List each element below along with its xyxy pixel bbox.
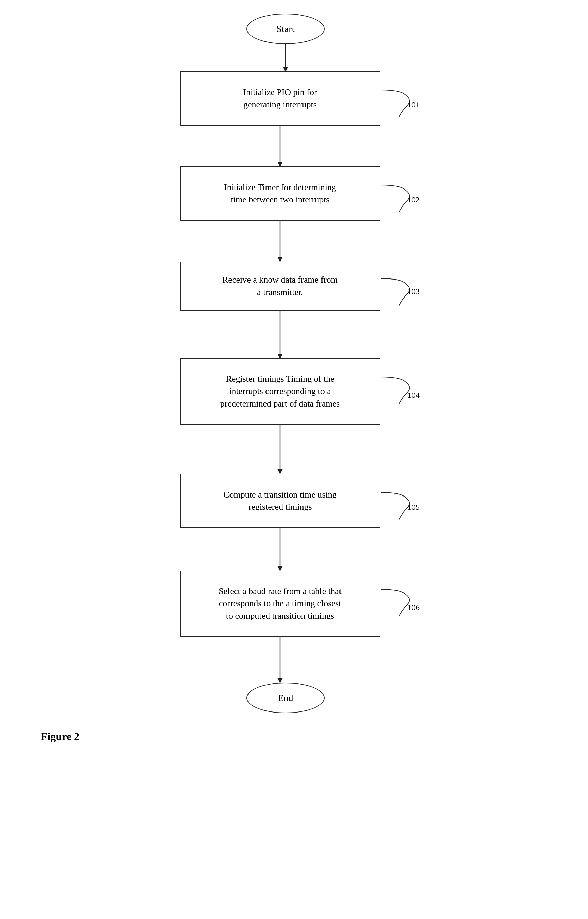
box-104: Register timings Timing of theinterrupts… xyxy=(180,358,380,424)
box-105: Compute a transition time usingregistere… xyxy=(180,474,380,528)
start-oval: Start xyxy=(247,14,325,44)
box-106-label: Select a baud rate from a table thatcorr… xyxy=(219,585,341,622)
arrows-svg xyxy=(0,0,588,919)
ref-102: 102 xyxy=(407,195,420,204)
box-105-label: Compute a transition time usingregistere… xyxy=(223,489,337,513)
start-label: Start xyxy=(277,23,295,34)
figure-caption: Figure 2 xyxy=(41,730,79,743)
end-oval: End xyxy=(247,683,325,713)
flowchart-diagram: Start Initialize PIO pin forgenerating i… xyxy=(0,0,588,919)
ref-105: 105 xyxy=(407,503,420,512)
end-label: End xyxy=(278,692,293,703)
box-106: Select a baud rate from a table thatcorr… xyxy=(180,571,380,637)
box-104-label: Register timings Timing of theinterrupts… xyxy=(220,373,340,410)
box-101-label: Initialize PIO pin forgenerating interru… xyxy=(243,86,317,111)
box-101: Initialize PIO pin forgenerating interru… xyxy=(180,71,380,126)
box-102: Initialize Timer for determiningtime bet… xyxy=(180,167,380,221)
box-102-label: Initialize Timer for determiningtime bet… xyxy=(224,181,336,206)
box-103: Receive a know data frame from a transmi… xyxy=(180,262,380,311)
box-103-label: Receive a know data frame from a transmi… xyxy=(222,274,338,299)
ref-103: 103 xyxy=(407,287,420,296)
ref-101: 101 xyxy=(407,100,420,109)
ref-106: 106 xyxy=(407,603,420,612)
ref-104: 104 xyxy=(407,391,420,400)
